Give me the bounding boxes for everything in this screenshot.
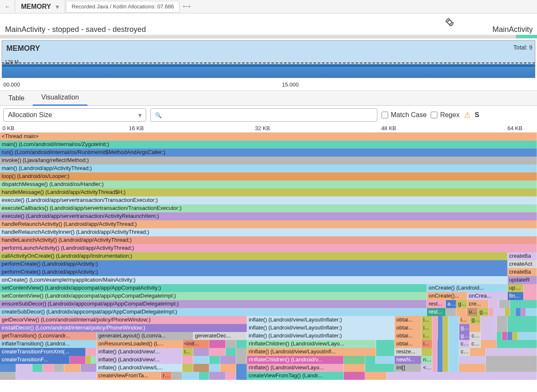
flame-cell[interactable]: setContentView() (Landroidx/appcompat/ap…: [0, 284, 427, 292]
flame-cell[interactable]: [470, 348, 486, 356]
flame-cell[interactable]: generateDec...: [193, 332, 247, 340]
flame-cell[interactable]: [365, 372, 387, 380]
flame-cell[interactable]: [486, 356, 537, 364]
flame-cell[interactable]: inflate() (Landroid/view/...: [97, 356, 182, 364]
flame-cell[interactable]: [86, 348, 97, 356]
flame-cell[interactable]: [448, 324, 459, 332]
flame-cell[interactable]: [437, 340, 443, 348]
flame-cell[interactable]: obtai...: [395, 332, 421, 340]
flame-cell[interactable]: [193, 356, 209, 364]
flame-cell[interactable]: [470, 324, 481, 332]
flame-cell[interactable]: [438, 324, 443, 332]
flame-cell[interactable]: handleRelaunchActivityInner() (Landroid/…: [0, 228, 537, 236]
flame-cell[interactable]: [182, 372, 198, 380]
flame-cell[interactable]: [518, 332, 537, 340]
flame-cell[interactable]: installDecor() (Lcom/android/internal/po…: [0, 324, 247, 332]
flame-cell[interactable]: <...: [421, 364, 432, 372]
flame-cell[interactable]: run() (Lcom/android/internal/os/RuntimeI…: [0, 149, 537, 157]
flame-cell[interactable]: [16, 364, 32, 372]
flame-cell[interactable]: [443, 340, 448, 348]
flame-cell[interactable]: [344, 372, 365, 380]
flame-cell[interactable]: obtai...: [395, 340, 421, 348]
flame-cell[interactable]: execute() (Landroid/app/servertransactio…: [0, 212, 537, 220]
flame-cell[interactable]: getTransition() (Lcom/andr...: [0, 332, 97, 340]
flame-cell[interactable]: inflate() (Landroid/view/LayoutInflater;…: [247, 332, 395, 340]
flame-cell[interactable]: [182, 356, 193, 364]
flame-cell[interactable]: [432, 356, 438, 364]
flame-cell[interactable]: createAct: [508, 260, 537, 268]
flame-cell[interactable]: [376, 348, 395, 356]
flame-cell[interactable]: setContentView() (Landroidx/appcompat/ap…: [0, 292, 427, 300]
flame-chart[interactable]: <Thread main>main() (Lcom/android/intern…: [0, 133, 537, 380]
flame-cell[interactable]: inflate() (Landroid/view/LayoutInflater;…: [247, 324, 395, 332]
flame-cell[interactable]: newN...: [395, 356, 421, 364]
flame-cell[interactable]: dispatchMessage() (Landroid/os/Handler;): [0, 180, 537, 188]
flame-cell[interactable]: [443, 364, 448, 372]
flame-cell[interactable]: getDecorView() (Lcom/android/internal/po…: [0, 316, 247, 324]
flame-cell[interactable]: [513, 332, 518, 340]
flame-cell[interactable]: [437, 364, 443, 372]
flame-cell[interactable]: [508, 332, 513, 340]
flame-cell[interactable]: callActivityOnCreate() (Landroid/app/Ins…: [0, 252, 508, 260]
expand-icon[interactable]: ⟷: [180, 3, 193, 10]
flame-cell[interactable]: [443, 332, 448, 340]
flame-cell[interactable]: [481, 340, 497, 348]
regex-checkbox[interactable]: Regex: [431, 111, 459, 119]
flame-cell[interactable]: [226, 340, 237, 348]
flame-cell[interactable]: <init...: [183, 340, 210, 348]
flame-cell[interactable]: [510, 308, 516, 316]
flame-cell[interactable]: g...: [478, 308, 489, 316]
flame-cell[interactable]: [505, 308, 510, 316]
flame-cell[interactable]: [86, 356, 91, 364]
flame-cell[interactable]: a...: [446, 300, 457, 308]
flame-cell[interactable]: [456, 308, 467, 316]
flame-cell[interactable]: [421, 348, 432, 356]
flame-cell[interactable]: [516, 308, 521, 316]
flame-cell[interactable]: [438, 332, 443, 340]
flame-cell[interactable]: [497, 332, 502, 340]
flame-cell[interactable]: updat...: [508, 284, 524, 292]
flame-cell[interactable]: handleMessage() (Landroid/app/ActivityTh…: [0, 188, 537, 196]
flame-cell[interactable]: invoke() (Ljava/lang/reflect/Method;): [0, 157, 537, 165]
flame-cell[interactable]: cre...: [467, 300, 489, 308]
flame-cell[interactable]: resize...: [395, 348, 421, 356]
match-case-checkbox[interactable]: Match Case: [382, 111, 426, 119]
flame-cell[interactable]: [481, 324, 497, 332]
flame-cell[interactable]: [526, 308, 537, 316]
flame-cell[interactable]: u...: [467, 308, 478, 316]
flame-cell[interactable]: rInflate() (Landroid/view/LayoutInfl...: [247, 348, 376, 356]
flame-cell[interactable]: [448, 332, 459, 340]
flame-cell[interactable]: [524, 292, 537, 300]
flame-cell[interactable]: createViewFromTa...: [97, 372, 161, 380]
flame-cell[interactable]: [446, 308, 457, 316]
flame-cell[interactable]: [365, 356, 376, 364]
flame-cell[interactable]: [193, 348, 209, 356]
flame-cell[interactable]: [236, 340, 247, 348]
flame-cell[interactable]: [172, 372, 183, 380]
flame-cell[interactable]: [508, 324, 537, 332]
flame-cell[interactable]: g...: [459, 324, 470, 332]
flame-cell[interactable]: [438, 316, 443, 324]
flame-cell[interactable]: [432, 316, 438, 324]
flame-cell[interactable]: i...: [421, 324, 432, 332]
flame-cell[interactable]: [236, 372, 247, 380]
flame-cell[interactable]: int[]: [395, 364, 421, 372]
flame-cell[interactable]: createViewFromTag() (Landr...: [247, 372, 344, 380]
flame-cell[interactable]: [521, 308, 526, 316]
flame-cell[interactable]: l...: [182, 348, 193, 356]
flame-cell[interactable]: rInflateChildren() (Landroid/view/Layo..…: [247, 340, 376, 348]
tab-visualization[interactable]: Visualization: [33, 91, 87, 106]
flame-cell[interactable]: [497, 340, 537, 348]
flame-cell[interactable]: [508, 316, 537, 324]
flame-cell[interactable]: [0, 372, 16, 380]
flame-cell[interactable]: createTransitionF...: [0, 356, 70, 364]
flame-cell[interactable]: g...: [456, 300, 467, 308]
flame-cell[interactable]: onCrea...: [467, 292, 508, 300]
flame-cell[interactable]: [481, 332, 497, 340]
flame-cell[interactable]: onResourcesLoaded() (L...: [97, 340, 182, 348]
flame-cell[interactable]: [489, 308, 494, 316]
flame-cell[interactable]: rest...: [427, 300, 446, 308]
flame-cell[interactable]: performLaunchActivity() (Landroid/app/Ac…: [0, 244, 537, 252]
flame-cell[interactable]: [70, 356, 86, 364]
flame-cell[interactable]: loop() (Landroid/os/Looper;): [0, 172, 537, 180]
